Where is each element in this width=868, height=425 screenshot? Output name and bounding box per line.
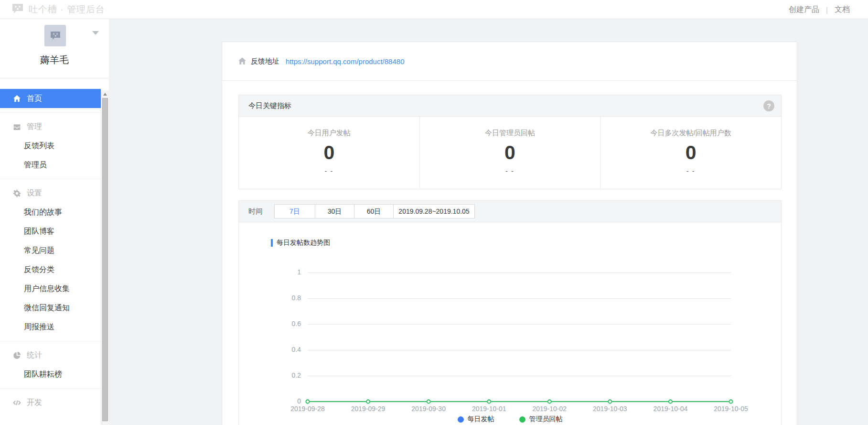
sidebar-item-feedback-category[interactable]: 反馈分类 — [0, 260, 101, 279]
home-icon — [13, 95, 21, 103]
divider — [0, 112, 101, 113]
sidebar-group-manage: 管理 — [0, 117, 101, 136]
question-mark-icon[interactable]: ? — [763, 100, 774, 111]
sidebar-scrollbar[interactable] — [101, 90, 109, 425]
sidebar-item-weekly-report[interactable]: 周报推送 — [0, 317, 101, 337]
sidebar-item-wechat-reply-notify[interactable]: 微信回复通知 — [0, 298, 101, 317]
chevron-down-icon[interactable] — [92, 31, 99, 35]
sidebar-item-team-leaderboard[interactable]: 团队耕耘榜 — [0, 365, 101, 384]
topbar-separator: | — [826, 6, 828, 14]
sidebar-item-label: 首页 — [27, 94, 42, 104]
sidebar-group-label: 开发 — [27, 398, 42, 408]
metric-user-posts-today: 今日用户发帖 0 - - — [239, 117, 419, 189]
sidebar-item-team-blog[interactable]: 团队博客 — [0, 222, 101, 241]
feedback-address-label: 反馈地址 — [251, 57, 279, 66]
key-indicators-panel: 今日关键指标 ? 今日用户发帖 0 - - 今日管理员回帖 0 - - 今日多次… — [238, 95, 782, 189]
sidebar-item-user-info-collect[interactable]: 用户信息收集 — [0, 279, 101, 298]
create-product-link[interactable]: 创建产品 — [789, 5, 819, 15]
time-filter-bar: 时间 7日 30日 60日 2019.09.28~2019.10.05 — [239, 201, 781, 222]
chart-ytick-label: 0.4 — [273, 346, 301, 353]
time-filter-date-range-button[interactable]: 2019.09.28~2019.10.05 — [393, 204, 475, 218]
product-name: 薅羊毛 — [0, 54, 109, 66]
legend-dot-icon — [458, 416, 464, 423]
app-logo-speech-bubble-icon — [11, 3, 24, 16]
chart-xtick-label: 2019-09-28 — [290, 405, 325, 413]
legend-label: 每日发帖 — [468, 415, 494, 424]
sidebar-item-faq[interactable]: 常见问题 — [0, 241, 101, 260]
sidebar-item-admins[interactable]: 管理员 — [0, 155, 101, 174]
chart-ytick-label: 0 — [273, 397, 301, 405]
chart-xtick-label: 2019-09-29 — [351, 405, 386, 413]
product-avatar — [44, 25, 66, 46]
dashboard-card: 反馈地址 https://support.qq.com/product/8848… — [222, 42, 797, 425]
sidebar: 薅羊毛 首页 管理 反馈列表 管理员 — [0, 19, 109, 425]
sidebar-group-develop: 开发 — [0, 393, 101, 412]
main-area: 反馈地址 https://support.qq.com/product/8848… — [109, 19, 868, 425]
sidebar-group-settings: 设置 — [0, 184, 101, 203]
product-switcher[interactable]: 薅羊毛 — [0, 19, 109, 78]
divider — [0, 179, 101, 179]
app-title: 吐个槽 · 管理后台 — [29, 3, 105, 16]
trend-chart-panel: 时间 7日 30日 60日 2019.09.28~2019.10.05 每日发帖… — [238, 200, 782, 425]
feedback-url-link[interactable]: https://support.qq.com/product/88480 — [286, 57, 405, 65]
sidebar-nav: 首页 管理 反馈列表 管理员 — [0, 78, 101, 425]
divider — [0, 388, 101, 389]
chart-title-accent-bar — [271, 239, 273, 247]
pie-chart-icon — [13, 351, 21, 360]
chart-ytick-label: 0.6 — [273, 320, 301, 327]
chart-xtick-label: 2019-10-01 — [472, 405, 506, 413]
chart-title: 每日发帖数趋势图 — [277, 239, 330, 247]
chart-legend-item[interactable]: 每日发帖 — [458, 415, 494, 424]
time-filter-60d-button[interactable]: 60日 — [354, 204, 394, 218]
chart-ytick-label: 0.2 — [273, 371, 301, 379]
chart-series-svg — [308, 272, 731, 402]
chart-ytick-label: 1 — [273, 268, 301, 276]
docs-link[interactable]: 文档 — [835, 5, 850, 15]
chart-title-row: 每日发帖数趋势图 — [271, 239, 330, 247]
chart-xtick-label: 2019-10-02 — [532, 405, 567, 413]
sidebar-group-label: 管理 — [27, 122, 42, 132]
chart-xtick-label: 2019-09-30 — [411, 405, 446, 413]
key-indicators-title: 今日关键指标 — [248, 101, 291, 110]
chart-legend-item[interactable]: 管理员回帖 — [519, 415, 563, 424]
topbar: 吐个槽 · 管理后台 创建产品 | 文档 — [0, 0, 868, 19]
chart-xtick-label: 2019-10-05 — [714, 405, 748, 413]
sidebar-item-our-story[interactable]: 我们的故事 — [0, 203, 101, 222]
scrollbar-up-arrow-icon[interactable] — [103, 93, 107, 96]
chart-ytick-label: 0.8 — [273, 294, 301, 302]
sidebar-group-stats: 统计 — [0, 346, 101, 365]
sidebar-group-label: 设置 — [27, 188, 42, 198]
time-filter-7d-button[interactable]: 7日 — [274, 204, 315, 218]
time-filter-30d-button[interactable]: 30日 — [315, 204, 354, 218]
legend-label: 管理员回帖 — [529, 415, 563, 424]
divider — [0, 341, 101, 341]
chart-legend: 每日发帖管理员回帖 — [239, 415, 781, 424]
code-icon — [13, 399, 21, 407]
gear-icon — [13, 189, 21, 197]
time-filter-label: 时间 — [248, 207, 263, 216]
inbox-icon — [13, 123, 21, 131]
chart-xtick-label: 2019-10-04 — [654, 405, 688, 413]
feedback-address-row: 反馈地址 https://support.qq.com/product/8848… — [222, 42, 797, 81]
metric-admin-replies-today: 今日管理员回帖 0 - - — [419, 117, 600, 189]
sidebar-item-feedback-list[interactable]: 反馈列表 — [0, 136, 101, 155]
legend-dot-icon — [519, 416, 525, 423]
chart-xtick-label: 2019-10-03 — [593, 405, 627, 413]
home-icon — [238, 57, 246, 65]
sidebar-group-label: 统计 — [27, 350, 42, 360]
metric-repeat-users-today: 今日多次发帖/回帖用户数 0 - - — [600, 117, 781, 189]
sidebar-item-home[interactable]: 首页 — [0, 89, 101, 108]
chart-plot: 00.20.40.60.812019-09-282019-09-292019-0… — [308, 272, 731, 402]
scrollbar-thumb[interactable] — [102, 98, 108, 421]
